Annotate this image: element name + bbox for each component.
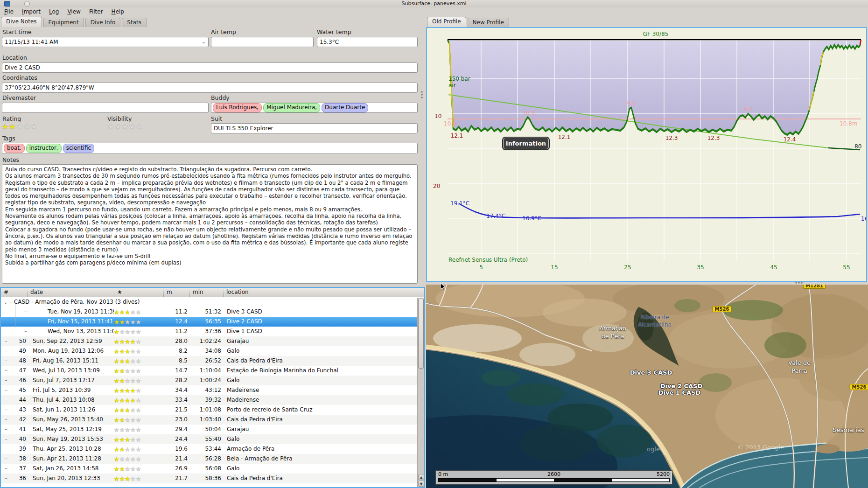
chart-label: 45 xyxy=(770,264,777,271)
divemaster-label: Divemaster xyxy=(2,94,36,101)
dive-profile-chart: GF 30/85150 barair102010.810.59.19.710.8… xyxy=(427,28,866,281)
dive-site-label: Dive 1 CASD xyxy=(658,389,700,396)
table-row[interactable]: –49Mon, Aug 19, 2013 12:06★★★★★8.234:08G… xyxy=(1,346,424,356)
table-row[interactable]: –48Fri, Aug 16, 2013 15:11★★★★★8.526:52C… xyxy=(1,356,424,366)
buddy-field[interactable]: Luís Rodrigues,Miguel Madureira,Duarte D… xyxy=(211,103,418,113)
star-icon: ★ xyxy=(107,122,114,131)
map-label: de Pêra xyxy=(601,333,624,340)
horizontal-splitter[interactable] xyxy=(795,282,803,284)
tab-new-profile[interactable]: New Profile xyxy=(468,18,509,27)
rating-stars[interactable]: ★★★★★ xyxy=(2,122,38,131)
water-temp-field[interactable]: 15.3°C xyxy=(317,37,418,47)
column-header-location[interactable]: location xyxy=(223,288,424,297)
star-icon: ★ xyxy=(16,122,23,131)
dive-list[interactable]: #date★mminlocation ⌄– CASD - Armação de … xyxy=(0,287,425,488)
chart-label: 10.8 xyxy=(444,120,456,127)
mouse-cursor xyxy=(440,283,448,291)
chart-label: 55 xyxy=(843,264,850,271)
menu-log[interactable]: Log xyxy=(45,7,63,15)
divemaster-field[interactable] xyxy=(2,103,209,113)
scale-mid: 2600 xyxy=(436,471,672,477)
vertical-splitter[interactable] xyxy=(421,91,423,99)
dive-site-map[interactable]: Armaçãode PêraRibeira deAlcantarilhaM526… xyxy=(426,285,868,488)
scroll-up-button[interactable]: ▲ xyxy=(418,474,424,480)
tags-field[interactable]: boat,instructor,scientific xyxy=(2,143,418,154)
column-header-★[interactable]: ★ xyxy=(114,288,163,297)
road-shield: M526 xyxy=(850,384,868,390)
chart-label: 20 xyxy=(433,183,440,189)
menu-file[interactable]: File xyxy=(0,7,18,15)
table-row[interactable]: –41Sat, May 25, 2013 12:19★★★★★29.450:04… xyxy=(1,425,424,434)
collapse-caret-icon[interactable]: ⌄ xyxy=(4,297,9,307)
dive-profile-panel: GF 30/85150 barair102010.810.59.19.710.8… xyxy=(426,27,867,282)
tab-dive-notes[interactable]: Dive Notes xyxy=(1,17,42,27)
table-row[interactable]: –36Sun, Jan 20, 2013 12:33★★★★★21.758:36… xyxy=(1,474,424,483)
map-label: Alcantarilha xyxy=(638,321,672,328)
scale-end: 5200 xyxy=(657,471,670,477)
visibility-label: Visibility xyxy=(107,115,132,122)
scroll-down-button[interactable]: ▼ xyxy=(418,481,424,487)
menu-view[interactable]: View xyxy=(63,7,84,15)
air-temp-label: Air temp xyxy=(211,28,236,35)
table-row[interactable]: –43Sat, Jun 1, 2013 11:26★★★★★21.51:01:0… xyxy=(1,405,424,415)
star-icon: ★ xyxy=(30,122,37,131)
chart-label: 9.1 xyxy=(627,100,636,107)
chart-label: 10.5 xyxy=(523,110,535,117)
table-row[interactable]: –42Sun, May 26, 2013 15:40★★★★★23.01:03:… xyxy=(1,415,424,425)
table-row[interactable]: –44Thu, Jul 4, 2013 10:08★★★★★33.439:32M… xyxy=(1,395,424,405)
information-button[interactable]: Information xyxy=(503,138,549,149)
chart-label: 12.4 xyxy=(784,136,796,143)
tab-dive-info[interactable]: Dive Info xyxy=(85,18,121,27)
table-row[interactable]: –Wed, Nov 13, 2013 11:06★★★★★11.237:36Di… xyxy=(1,327,424,336)
column-header-min[interactable]: min xyxy=(189,288,223,297)
dive-list-header[interactable]: #date★mminlocation xyxy=(1,288,424,297)
chart-label: air xyxy=(448,82,456,89)
table-row[interactable]: –50Sun, Sep 22, 2013 12:59★★★★★28.01:02:… xyxy=(1,336,424,346)
title-bar[interactable]: Subsurface: paneves.xml xyxy=(0,0,868,7)
column-header-m[interactable]: m xyxy=(163,288,189,297)
chip: Miguel Madureira, xyxy=(263,103,320,112)
menu-bar[interactable]: FileImportLogViewFilterHelp xyxy=(0,7,868,16)
left-tab-bar[interactable]: Dive NotesEquipmentDive InfoStats xyxy=(1,17,148,27)
location-field[interactable]: Dive 2 CASD xyxy=(2,63,418,73)
map-label: ogle xyxy=(647,446,660,453)
notes-textarea[interactable]: Aula do curso CASD. Transectos c/video e… xyxy=(2,164,418,284)
table-row[interactable]: –38Sun, Apr 21, 2013 11:28★★★★★21.456:28… xyxy=(1,454,424,464)
scrollbar-thumb[interactable] xyxy=(418,299,424,369)
tab-stats[interactable]: Stats xyxy=(122,18,147,27)
table-row[interactable]: –39Thu, Apr 25, 2013 10:28★★★★★19.653:44… xyxy=(1,444,424,454)
suit-field[interactable]: DUI TLS 350 Explorer xyxy=(211,123,418,133)
map-label: Parra xyxy=(791,367,807,374)
table-row[interactable]: –Tue, Nov 19, 2013 11:39★★★★★11.251:32Di… xyxy=(1,307,424,317)
table-row[interactable]: –47Wed, Jul 10, 2013 13:09★★★★★14.71:10:… xyxy=(1,366,424,376)
tab-equipment[interactable]: Equipment xyxy=(43,18,84,27)
table-row[interactable]: –40Sun, May 19, 2013 15:53★★★★★24.455:40… xyxy=(1,434,424,444)
air-temp-field[interactable] xyxy=(211,37,314,47)
tab-old-profile[interactable]: Old Profile xyxy=(427,17,466,27)
menu-import[interactable]: Import xyxy=(18,7,45,15)
profile-tab-bar[interactable]: Old ProfileNew Profile xyxy=(427,17,511,27)
menu-filter[interactable]: Filter xyxy=(85,7,107,15)
chevron-down-icon[interactable]: ⌄ xyxy=(202,40,206,44)
start-time-combobox[interactable]: 11/15/13 11:41 AM⌄ xyxy=(2,37,209,47)
map-scale-bar: 0 m 2600 5200 xyxy=(435,470,672,485)
rating-label: Rating xyxy=(2,115,21,122)
chip: Duarte Duarte xyxy=(322,103,368,112)
chart-label: 80 xyxy=(854,143,861,150)
table-row[interactable]: –Fri, Nov 15, 2013 11:41★★★★★12.456:35Di… xyxy=(1,317,424,327)
coordinates-field[interactable]: 37°05'23.460"N 8°20'47.879"W xyxy=(2,83,418,93)
dive-list-scrollbar[interactable]: ▲ ▼ xyxy=(417,298,424,487)
star-icon: ★ xyxy=(2,122,9,131)
table-row[interactable]: –46Sun, Jul 7, 2013 17:17★★★★★28.21:00:2… xyxy=(1,376,424,385)
trip-header-row[interactable]: ⌄– CASD - Armação de Pêra, Nov 2013 (3 d… xyxy=(1,297,424,307)
column-header-date[interactable]: date xyxy=(27,288,114,297)
chart-label: 12.1 xyxy=(451,132,463,139)
chart-label: 12.1 xyxy=(558,134,571,140)
table-row[interactable]: –37Sat, Jan 26, 2013 14:58★★★★★26.956:08… xyxy=(1,464,424,474)
visibility-stars[interactable]: ★★★★★ xyxy=(107,122,143,131)
chart-label: 9.7 xyxy=(743,106,752,112)
column-header-#[interactable]: # xyxy=(1,288,27,297)
table-row[interactable]: –45Fri, Jul 5, 2013 10:39★★★★★34.443:12M… xyxy=(1,385,424,395)
road-shield: M1281 xyxy=(803,285,826,289)
menu-help[interactable]: Help xyxy=(107,7,128,15)
